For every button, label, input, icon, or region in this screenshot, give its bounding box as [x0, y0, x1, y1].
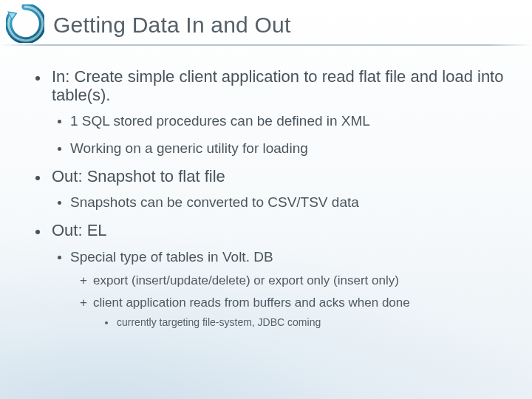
slide-content: In: Create simple client application to …: [0, 50, 532, 328]
plus-icon: +: [78, 296, 89, 310]
bullet-icon: [35, 230, 40, 234]
bullet-icon: [35, 76, 40, 81]
bullet-icon: [58, 147, 61, 151]
list-item: Special type of tables in Volt. DB + exp…: [58, 249, 505, 329]
bullet-text: Out: EL: [52, 222, 505, 240]
bullet-text: export (insert/update/delete) or export …: [93, 273, 505, 288]
list-item: Snapshots can be converted to CSV/TSV da…: [58, 194, 505, 211]
bullet-text: 1 SQL stored procedures can be defined i…: [70, 113, 505, 130]
list-item: 1 SQL stored procedures can be defined i…: [58, 113, 505, 130]
bullet-list: In: Create simple client application to …: [27, 68, 505, 328]
list-item: currently targeting file-system, JDBC co…: [105, 316, 505, 328]
plus-icon: +: [78, 273, 89, 288]
bullet-icon: [58, 120, 61, 123]
bullet-text: Working on a generic utility for loading: [70, 140, 505, 157]
bullet-text: Snapshots can be converted to CSV/TSV da…: [70, 194, 505, 211]
bullet-text: client application reads from buffers an…: [93, 296, 505, 310]
slide-header: Getting Data In and Out: [0, 0, 532, 50]
bullet-text: Out: Snapshot to flat file: [52, 168, 505, 186]
bullet-text: In: Create simple client application to …: [52, 68, 505, 104]
list-item: + client application reads from buffers …: [78, 296, 505, 328]
bullet-icon: [105, 321, 108, 324]
list-item: Out: Snapshot to flat file Snapshots can…: [27, 168, 505, 211]
header-divider: [0, 44, 532, 46]
bullet-icon: [58, 256, 61, 259]
list-item: Working on a generic utility for loading: [58, 140, 505, 157]
bullet-text: Special type of tables in Volt. DB: [70, 249, 505, 266]
bullet-icon: [58, 201, 61, 205]
slide-title: Getting Data In and Out: [53, 13, 290, 38]
list-item: Out: EL Special type of tables in Volt. …: [27, 222, 505, 328]
list-item: In: Create simple client application to …: [27, 68, 505, 157]
logo-icon: [6, 4, 44, 43]
list-item: + export (insert/update/delete) or expor…: [78, 273, 505, 288]
bullet-text: currently targeting file-system, JDBC co…: [117, 316, 505, 328]
bullet-icon: [35, 176, 40, 180]
